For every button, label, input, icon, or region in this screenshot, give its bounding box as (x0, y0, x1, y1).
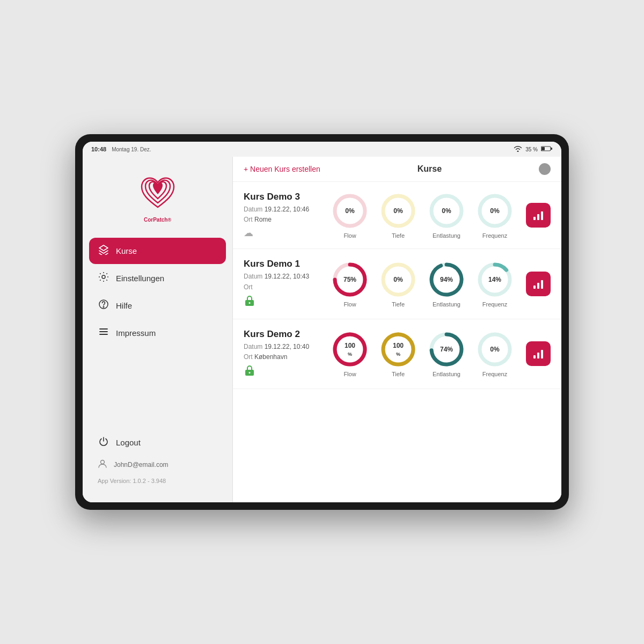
layers-icon (98, 244, 109, 258)
kurs-metrics-demo1: 75% Flow 0% Tiefe (327, 260, 517, 308)
kurs-weather-demo3: ☁ (244, 227, 319, 239)
metric-value-entlastung: 74% (440, 346, 453, 353)
kurs-detail-button-demo3[interactable] (526, 203, 551, 228)
metric-frequenz: 0% Frequenz (475, 330, 514, 377)
metric-ring-flow: 100% (331, 330, 369, 369)
gear-icon (98, 272, 109, 285)
metric-value-frequenz: 0% (490, 346, 499, 353)
kurs-name-demo2: Kurs Demo 2 (244, 329, 319, 340)
sidebar-item-hilfe[interactable]: Hilfe (89, 292, 226, 319)
metric-label-entlastung: Entlastung (433, 301, 460, 308)
sidebar: CorPatch® Kurse (83, 157, 233, 502)
sidebar-einstellungen-label: Einstellungen (116, 274, 164, 283)
logo-area: CorPatch® (83, 165, 232, 238)
metric-ring-tiefe: 0% (379, 192, 418, 230)
metric-flow: 0% Flow (331, 192, 369, 239)
metric-value-flow: 100% (345, 342, 355, 357)
svg-rect-24 (537, 283, 539, 289)
status-bar: 10:48 Montag 19. Dez. 35 % (83, 142, 561, 157)
metric-frequenz: 0% Frequenz (475, 192, 514, 239)
metric-label-frequenz: Frequenz (482, 371, 507, 377)
sidebar-item-kurse[interactable]: Kurse (89, 238, 226, 264)
metric-ring-entlastung: 74% (427, 330, 466, 369)
sidebar-kurse-label: Kurse (116, 246, 137, 255)
status-time: 10:48 (91, 146, 106, 152)
user-email: JohnD@email.com (114, 461, 169, 469)
tablet-screen: 10:48 Montag 19. Dez. 35 % (83, 142, 561, 502)
metric-label-tiefe: Tiefe (392, 232, 405, 239)
metric-label-flow: Flow (343, 301, 356, 308)
svg-point-9 (101, 460, 105, 464)
status-date: Montag 19. Dez. (112, 147, 151, 152)
metric-ring-flow: 75% (331, 260, 369, 299)
logo-label: CorPatch® (144, 217, 171, 227)
metric-value-flow: 0% (345, 207, 354, 215)
main-content: CorPatch® Kurse (83, 157, 561, 502)
lines-icon (98, 326, 109, 340)
battery-text: 35 % (525, 147, 538, 152)
metric-label-entlastung: Entlastung (433, 232, 460, 239)
metric-tiefe: 0% Tiefe (379, 260, 418, 308)
svg-rect-32 (533, 355, 536, 358)
logout-label: Logout (116, 438, 141, 447)
svg-rect-2 (551, 148, 553, 150)
tablet-device: 10:48 Montag 19. Dez. 35 % (75, 134, 569, 510)
sidebar-item-impressum[interactable]: Impressum (89, 320, 226, 346)
metric-value-tiefe: 0% (393, 207, 402, 215)
kurs-name-demo1: Kurs Demo 1 (244, 259, 319, 269)
svg-point-3 (102, 275, 105, 279)
status-right: 35 % (514, 145, 553, 153)
svg-rect-14 (533, 217, 536, 220)
svg-rect-33 (537, 353, 539, 358)
metric-value-entlastung: 0% (442, 207, 451, 215)
weather-lock-icon (244, 368, 255, 378)
kurs-weather-demo2 (244, 364, 319, 379)
svg-point-27 (249, 372, 251, 374)
kurs-detail-button-demo1[interactable] (526, 272, 551, 296)
kurs-metrics-demo2: 100% Flow 100% Tiefe (327, 330, 517, 377)
metric-value-tiefe: 100% (393, 342, 404, 357)
metric-label-frequenz: Frequenz (482, 232, 507, 239)
course-item-demo1: Kurs Demo 1 Datum 19.12.22, 10:43 Ort (233, 249, 561, 319)
sidebar-impressum-label: Impressum (116, 328, 156, 338)
svg-rect-25 (541, 280, 543, 289)
logout-button[interactable]: Logout (89, 430, 226, 455)
metric-ring-entlastung: 94% (427, 260, 466, 299)
metric-flow: 75% Flow (331, 260, 369, 308)
content-header: + Neuen Kurs erstellen Kurse (233, 157, 561, 182)
kurs-detail-button-demo2[interactable] (526, 341, 551, 366)
kurs-info-demo1: Kurs Demo 1 Datum 19.12.22, 10:43 Ort (244, 259, 319, 309)
sidebar-item-einstellungen[interactable]: Einstellungen (89, 265, 226, 291)
wifi-icon (514, 145, 522, 153)
nav-items: Kurse Einstellungen (83, 238, 232, 347)
sidebar-bottom: Logout JohnD@email.com App Version: 1.0.… (83, 430, 232, 494)
metric-ring-frequenz: 14% (475, 260, 514, 299)
metric-label-flow: Flow (343, 371, 356, 377)
metric-ring-frequenz: 0% (475, 330, 514, 369)
weather-cloud-icon: ☁ (244, 228, 253, 238)
metric-label-tiefe: Tiefe (392, 371, 405, 377)
kurs-meta-demo2: Datum 19.12.22, 10:40 Ort København (244, 342, 319, 362)
kurs-meta-demo3: Datum 19.12.22, 10:46 Ort Rome (244, 204, 319, 225)
user-info: JohnD@email.com (89, 455, 226, 474)
metric-entlastung: 74% Entlastung (427, 330, 466, 377)
course-item-demo3: Kurs Demo 3 Datum 19.12.22, 10:46 Ort Ro… (233, 182, 561, 249)
corpatch-logo (136, 171, 179, 214)
kurs-meta-demo1: Datum 19.12.22, 10:43 Ort (244, 272, 319, 292)
kurs-name-demo3: Kurs Demo 3 (244, 192, 319, 202)
header-title: Kurse (320, 164, 539, 174)
metric-label-entlastung: Entlastung (433, 371, 460, 377)
new-kurs-button[interactable]: + Neuen Kurs erstellen (244, 165, 320, 173)
metric-tiefe: 0% Tiefe (379, 192, 418, 239)
svg-rect-23 (533, 286, 536, 289)
metric-value-entlastung: 94% (440, 276, 453, 283)
metric-ring-frequenz: 0% (475, 192, 514, 230)
svg-point-18 (249, 302, 251, 304)
metric-tiefe: 100% Tiefe (379, 330, 418, 377)
sidebar-hilfe-label: Hilfe (116, 301, 132, 310)
svg-rect-34 (541, 350, 543, 358)
power-icon (98, 436, 109, 449)
metric-entlastung: 94% Entlastung (427, 260, 466, 308)
kurs-info-demo2: Kurs Demo 2 Datum 19.12.22, 10:40 Ort Kø… (244, 329, 319, 379)
user-icon (98, 459, 107, 470)
